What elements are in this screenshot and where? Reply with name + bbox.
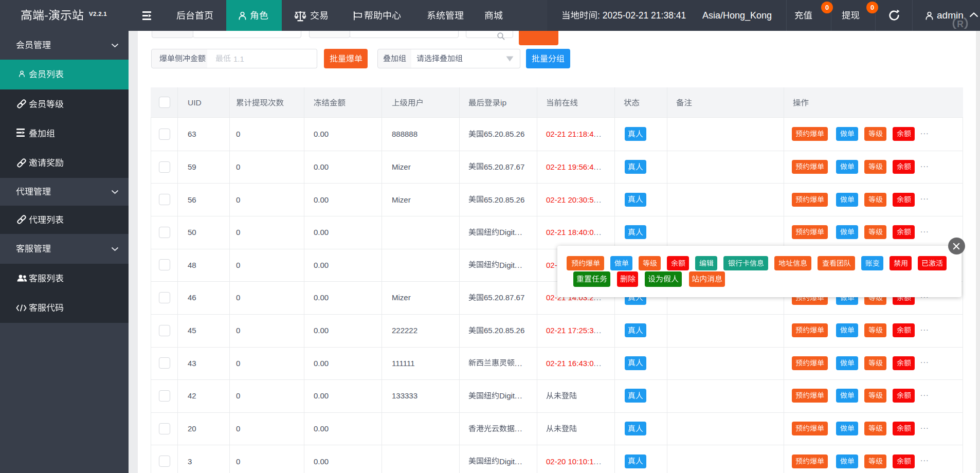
- svg-text:R: R: [957, 19, 964, 29]
